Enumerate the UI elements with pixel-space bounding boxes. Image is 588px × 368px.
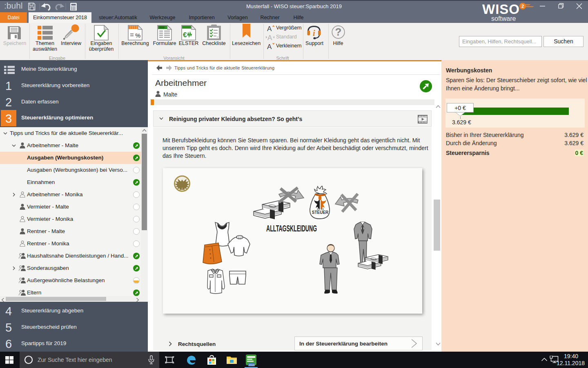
svg-text:A: A: [267, 34, 272, 41]
svg-text:i: i: [313, 28, 315, 38]
svg-text:A: A: [267, 43, 272, 50]
svg-text:%: %: [135, 32, 140, 39]
svg-text:ALLTAGSKLEIDUNG: ALLTAGSKLEIDUNG: [266, 223, 317, 233]
svg-text:2019: 2019: [249, 364, 255, 366]
svg-text:2: 2: [521, 4, 524, 9]
svg-text:?: ?: [335, 26, 342, 38]
svg-text:A: A: [267, 25, 272, 32]
svg-text:€: €: [183, 31, 187, 39]
svg-text:STEUER: STEUER: [312, 210, 329, 215]
